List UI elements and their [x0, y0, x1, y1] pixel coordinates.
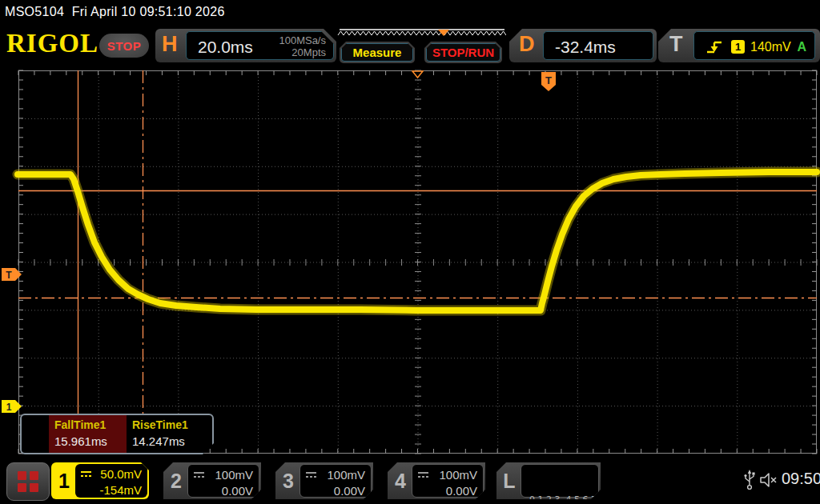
channel-scale: 100mV: [327, 468, 365, 482]
channel-scale: 50.0mV: [100, 467, 142, 481]
channel-offset: 0.00V: [446, 484, 477, 498]
measurement-value: 14.247ms: [132, 434, 204, 448]
horizontal-center-marker: [412, 71, 423, 78]
usb-icon: [743, 469, 756, 491]
logic-label: L: [496, 462, 522, 499]
measure-button[interactable]: Measure: [340, 42, 415, 63]
channel-2-widget[interactable]: 2 100mV 0.00V: [163, 462, 261, 499]
falling-edge-icon: [705, 39, 723, 55]
trigger-level-marker-label: T: [6, 270, 12, 281]
channel-number: 4: [388, 462, 413, 499]
channel-scale: 100mV: [439, 468, 477, 482]
acquisition-info: 100MSa/s 20Mpts: [279, 34, 326, 58]
measurement-label: RiseTime1: [132, 418, 204, 431]
trigger-label: T: [669, 32, 683, 57]
delay-value: -32.4ms: [555, 38, 616, 57]
status-clock: 09:50: [782, 470, 820, 488]
measurement-value: 15.961ms: [54, 434, 127, 448]
measurement-label: FallTime1: [54, 418, 127, 431]
menu-grid-icon: [18, 471, 38, 492]
logic-channels-widget[interactable]: L 0 1 2 3 4 5 6 7 8 9 1011 12131415: [496, 462, 601, 499]
channel-number: 1: [51, 462, 77, 499]
delay-settings-button[interactable]: D -32.4ms: [509, 29, 657, 62]
horizontal-settings-button[interactable]: H 20.0ms 100MSa/s 20Mpts: [155, 29, 336, 62]
waveform-position-indicator[interactable]: [336, 29, 506, 40]
channel-number: 3: [275, 462, 301, 499]
trigger-settings-button[interactable]: T 1 140mV A: [658, 29, 820, 62]
menu-button[interactable]: [6, 462, 50, 501]
run-status-badge: STOP: [99, 34, 149, 58]
timebase-scale: 20.0ms: [198, 38, 253, 57]
trigger-source-badge: 1: [731, 40, 745, 54]
memory-depth: 20Mpts: [279, 46, 326, 58]
screen-markers: T T 1: [2, 71, 556, 413]
measurement-spacer: [22, 415, 49, 453]
oscilloscope-screen: MSO5104 Fri April 10 09:51:10 2026 RIGOL…: [0, 0, 820, 504]
trigger-level-value: 140mV: [750, 40, 791, 54]
delay-label: D: [519, 32, 535, 57]
measurement-item-risetime[interactable]: RiseTime1 14.247ms: [127, 415, 204, 453]
trigger-sweep-mode: A: [797, 40, 806, 54]
channel-offset: 0.00V: [222, 484, 253, 498]
stop-run-button-label: STOP/RUN: [432, 46, 494, 59]
speaker-muted-icon: [759, 472, 778, 488]
channel-scale: 100mV: [215, 468, 253, 482]
waveform-display-area: T T 1: [0, 67, 820, 456]
graticule: [18, 70, 817, 454]
model-and-datetime: MSO5104 Fri April 10 09:51:10 2026: [5, 5, 225, 19]
channel1-ground-marker-label: 1: [6, 402, 12, 413]
channel-offset: 0.00V: [334, 484, 365, 498]
dc-coupling-icon: [305, 470, 317, 478]
dc-coupling-icon: [193, 470, 205, 478]
channel-1-widget[interactable]: 1 50.0mV -154mV: [51, 462, 149, 499]
measurement-results-box: FallTime1 15.961ms RiseTime1 14.247ms: [20, 414, 214, 454]
trigger-position-marker-label: T: [545, 74, 552, 86]
logic-channels-row1: 0 1 2 3 4 5 6 7: [529, 494, 598, 504]
channel1-waveform: [18, 172, 817, 310]
channel-number: 2: [163, 462, 189, 499]
channel-offset: -154mV: [99, 483, 142, 497]
measurement-item-falltime[interactable]: FallTime1 15.961ms: [49, 415, 127, 453]
channel-3-widget[interactable]: 3 100mV 0.00V: [275, 462, 373, 499]
channel-4-widget[interactable]: 4 100mV 0.00V: [388, 462, 485, 499]
measure-button-label: Measure: [353, 46, 402, 59]
dc-coupling-icon: [417, 470, 429, 478]
sample-rate: 100MSa/s: [279, 34, 326, 46]
rigol-logo: RIGOL: [6, 29, 98, 58]
stop-run-button[interactable]: STOP/RUN: [424, 42, 502, 63]
dc-coupling-icon: [80, 470, 92, 478]
horizontal-label: H: [162, 32, 178, 57]
